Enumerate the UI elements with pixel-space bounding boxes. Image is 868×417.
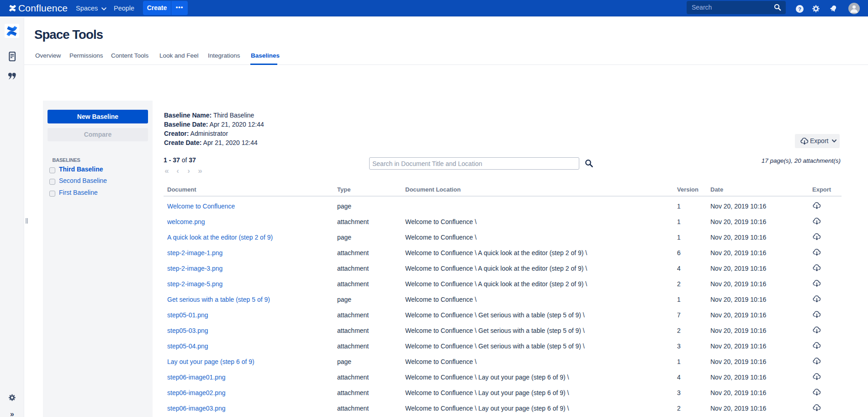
svg-text:?: ? [798, 6, 801, 12]
